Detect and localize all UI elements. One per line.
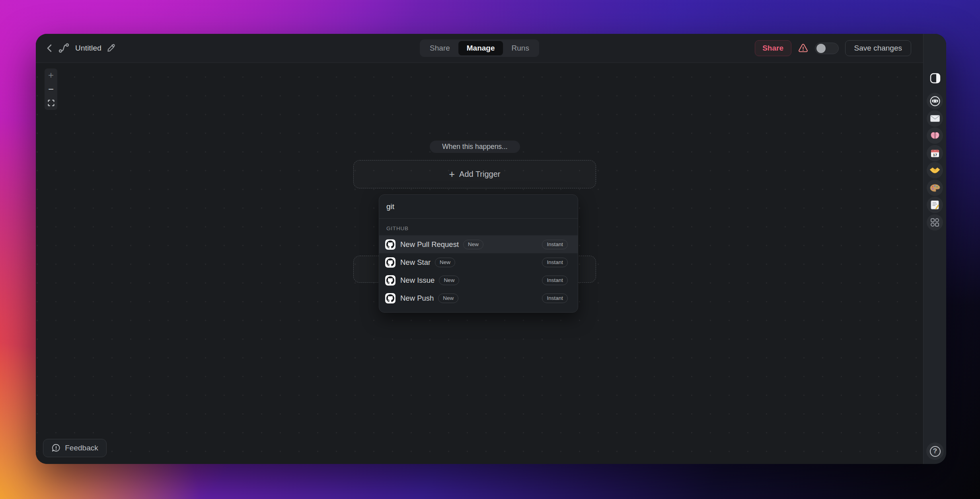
add-trigger-button[interactable]: + Add Trigger — [353, 160, 596, 188]
add-trigger-label: Add Trigger — [459, 170, 500, 179]
fit-view-button[interactable] — [45, 96, 57, 110]
trigger-option-new-push[interactable]: New Push New Instant — [379, 289, 578, 307]
zoom-out-button[interactable]: − — [45, 82, 57, 96]
help-button[interactable]: ? — [926, 442, 944, 460]
instant-badge: Instant — [542, 294, 568, 303]
trigger-option-new-pull-request[interactable]: New Pull Request New Instant — [379, 235, 578, 253]
edit-title-icon[interactable] — [107, 44, 115, 53]
instant-badge: Instant — [542, 276, 568, 285]
brain-icon[interactable] — [927, 127, 943, 144]
feedback-bubble-icon — [51, 443, 61, 453]
feedback-button[interactable]: Feedback — [43, 439, 107, 457]
new-badge: New — [438, 294, 458, 303]
zoom-in-button[interactable]: + — [45, 68, 57, 82]
github-icon — [385, 293, 396, 303]
feedback-label: Feedback — [65, 444, 98, 452]
right-icon-rail: 17 — [923, 34, 946, 464]
calendar-icon[interactable]: 17 — [927, 145, 943, 161]
github-icon — [385, 239, 396, 250]
tab-manage[interactable]: Manage — [458, 41, 503, 55]
apps-grid-icon[interactable] — [927, 214, 943, 231]
new-badge: New — [435, 258, 455, 267]
warning-icon[interactable] — [798, 43, 809, 53]
help-icon: ? — [930, 446, 941, 457]
trigger-search-input[interactable]: git — [379, 195, 578, 219]
tab-runs[interactable]: Runs — [503, 41, 538, 55]
when-this-happens-label: When this happens... — [430, 141, 520, 153]
back-button[interactable] — [46, 44, 53, 53]
robot-assistant-icon[interactable] — [927, 93, 943, 109]
save-changes-button[interactable]: Save changes — [845, 40, 911, 56]
memo-icon[interactable] — [927, 197, 943, 213]
plus-icon: + — [449, 169, 455, 179]
workflow-canvas[interactable]: + − When this happens... + Add Trigger g… — [36, 63, 923, 464]
section-label-github: GITHUB — [379, 219, 578, 235]
trigger-search-dropdown: git GITHUB New Pull Request New Instant … — [379, 194, 578, 313]
toggle-knob — [816, 44, 826, 53]
view-tabs: Share Manage Runs — [420, 39, 539, 57]
trigger-option-new-star[interactable]: New Star New Instant — [379, 253, 578, 271]
palette-icon[interactable] — [927, 180, 943, 196]
autosave-toggle[interactable] — [815, 43, 839, 54]
new-badge: New — [439, 276, 459, 285]
app-window: Untitled Share Manage Runs Share Save ch… — [36, 34, 946, 464]
panel-toggle-icon[interactable] — [923, 72, 946, 84]
share-button[interactable]: Share — [755, 40, 791, 56]
new-badge: New — [463, 240, 483, 249]
svg-text:17: 17 — [933, 152, 937, 157]
top-bar: Untitled Share Manage Runs Share Save ch… — [36, 34, 923, 63]
instant-badge: Instant — [542, 258, 568, 267]
github-icon — [385, 257, 396, 268]
zoom-toolbar: + − — [45, 68, 57, 110]
handshake-icon[interactable] — [927, 162, 943, 178]
workflow-icon — [58, 43, 70, 54]
trigger-option-new-issue[interactable]: New Issue New Instant — [379, 271, 578, 289]
github-icon — [385, 275, 396, 286]
envelope-icon[interactable] — [927, 110, 943, 127]
workflow-title: Untitled — [75, 44, 101, 53]
instant-badge: Instant — [542, 240, 568, 249]
tab-share[interactable]: Share — [421, 41, 458, 55]
